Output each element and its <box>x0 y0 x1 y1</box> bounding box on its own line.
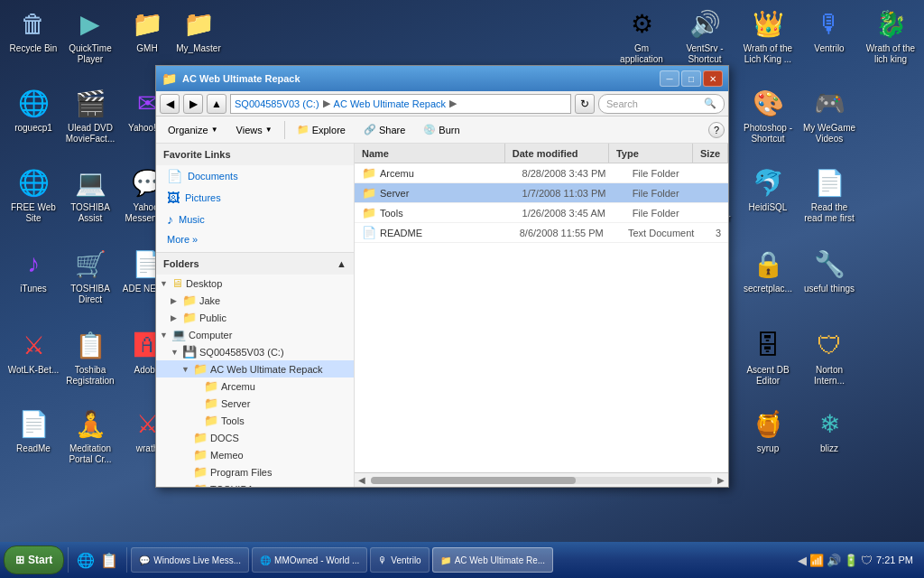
tree-item-docs[interactable]: 📁 DOCS <box>156 429 354 446</box>
address-path[interactable]: SQ004585V03 (C:) ▶ AC Web Ultimate Repac… <box>230 94 571 114</box>
window-controls: ─ □ ✕ <box>660 70 723 87</box>
tray-network-icon[interactable]: 📶 <box>809 554 824 567</box>
taskbar-app-ac-web[interactable]: 📁 AC Web Ultimate Re... <box>432 547 553 573</box>
desktop-icon-blizz[interactable]: ❄ blizz <box>798 402 861 458</box>
file-row-tools[interactable]: 📁 Tools 1/26/2008 3:45 AM File Folder <box>355 203 728 223</box>
desktop-icon-read-me-first[interactable]: 📄 Read the read me first <box>798 161 861 228</box>
hscroll-right-icon[interactable]: ▶ <box>714 475 728 485</box>
server-file-date: 1/7/2008 11:03 PM <box>515 186 625 200</box>
favorite-links-header[interactable]: Favorite Links <box>156 144 354 165</box>
desktop-icon-quicktime[interactable]: ▶ QuickTime Player <box>59 2 122 69</box>
taskbar-app-mmowned[interactable]: 🌐 MMOwned - World ... <box>252 547 367 573</box>
documents-link[interactable]: 📄 Documents <box>156 165 354 187</box>
organize-arrow-icon: ▼ <box>211 126 218 134</box>
pictures-link[interactable]: 🖼 Pictures <box>156 187 354 209</box>
tree-item-desktop[interactable]: ▼ 🖥 Desktop <box>156 275 354 292</box>
tree-item-public[interactable]: ▶ 📁 Public <box>156 309 354 326</box>
search-box[interactable]: Search 🔍 <box>598 94 725 114</box>
desktop-icon-toshiba-assist[interactable]: 💻 TOSHIBA Assist <box>59 161 122 228</box>
tree-item-ac-web[interactable]: ▼ 📁 AC Web Ultimate Repack <box>156 360 354 378</box>
maximize-button[interactable]: □ <box>681 70 701 87</box>
desktop-icon-my-master[interactable]: 📁 My_Master <box>167 2 230 58</box>
tree-item-tools[interactable]: 📁 Tools <box>156 412 354 429</box>
file-row-arcemu[interactable]: 📁 Arcemu 8/28/2008 3:43 PM File Folder <box>355 163 728 183</box>
more-link[interactable]: More » <box>156 230 354 252</box>
itunes-label: iTunes <box>5 284 61 294</box>
tray-volume-icon[interactable]: 🔊 <box>827 554 841 567</box>
read-me-first-label: Read the read me first <box>801 202 857 224</box>
desktop-icon-wotlk[interactable]: ⚔ WotLK-Bet... <box>2 323 65 379</box>
horizontal-scrollbar[interactable]: ◀ ▶ <box>355 472 728 487</box>
col-header-type[interactable]: Type <box>609 144 693 163</box>
desktop-icon-recycle-bin[interactable]: 🗑 Recycle Bin <box>2 2 65 58</box>
forward-button[interactable]: ▶ <box>183 94 203 114</box>
desktop-icon-norton[interactable]: 🛡 Norton Intern... <box>798 323 861 390</box>
ac-web-tb-icon: 📁 <box>440 555 451 565</box>
desktop-icon-useful-things[interactable]: 🔧 useful things <box>798 242 861 298</box>
up-button[interactable]: ▲ <box>207 94 226 114</box>
desktop-icon-free-website[interactable]: 🌐 FREE Web Site <box>2 161 65 228</box>
desktop-icon-ventrilo[interactable]: 🎙 Ventrilo <box>798 2 861 58</box>
desktop-icon-meditation[interactable]: 🧘 Meditation Portal Cr... <box>59 402 122 469</box>
system-clock[interactable]: 7:21 PM <box>876 554 913 566</box>
start-button[interactable]: ⊞ Start <box>4 545 64 574</box>
folders-header[interactable]: Folders ▲ <box>156 253 354 275</box>
tray-arrow-icon[interactable]: ◀ <box>798 554 807 567</box>
norton-label: Norton Intern... <box>801 365 857 387</box>
col-date-label: Date modified <box>513 148 578 159</box>
tb-show-desktop-icon[interactable]: 📋 <box>99 550 119 570</box>
title-bar-left: 📁 AC Web Ultimate Repack <box>162 71 300 86</box>
tree-item-computer[interactable]: ▼ 💻 Computer <box>156 326 354 343</box>
tree-item-jake[interactable]: ▶ 📁 Jake <box>156 292 354 309</box>
mmowned-icon: 🌐 <box>260 555 271 565</box>
col-header-size[interactable]: Size <box>693 144 728 163</box>
tb-ie-icon[interactable]: 🌐 <box>76 550 96 570</box>
desktop-icon-readme[interactable]: 📄 ReadMe <box>2 402 65 458</box>
desktop-icon-toshiba-direct[interactable]: 🛒 TOSHIBA Direct <box>59 242 122 309</box>
views-button[interactable]: Views ▼ <box>228 119 281 141</box>
desktop-expand-icon: ▼ <box>160 279 169 288</box>
help-button[interactable]: ? <box>708 122 725 138</box>
desktop-icon-photoshop-short[interactable]: 🎨 Photoshop - Shortcut <box>736 81 799 148</box>
desktop-icon-ventsrv[interactable]: 🔊 VentSrv - Shortcut <box>673 2 736 69</box>
tree-item-memeo[interactable]: 📁 Memeo <box>156 446 354 463</box>
desktop-icon-wrath-lich2[interactable]: 🐉 Wrath of the lich king <box>859 2 922 69</box>
hscroll-left-icon[interactable]: ◀ <box>355 475 369 485</box>
desktop-icon-itunes[interactable]: ♪ iTunes <box>2 242 65 298</box>
col-header-name[interactable]: Name <box>355 144 505 163</box>
ac-web-tb-label: AC Web Ultimate Re... <box>455 555 545 565</box>
music-link[interactable]: ♪ Music <box>156 209 354 230</box>
desktop-icon-wrath-lich[interactable]: 👑 Wrath of the Lich King ... <box>736 2 799 69</box>
taskbar-app-live-mess[interactable]: 💬 Windows Live Mess... <box>131 547 249 573</box>
tree-item-toshiba[interactable]: 📁 TOSHIBA <box>156 480 354 487</box>
desktop-icon-gm-app[interactable]: ⚙ Gm application <box>610 2 673 69</box>
explore-button[interactable]: 📁 Explore <box>289 119 354 141</box>
tree-item-c-drive[interactable]: ▼ 💾 SQ004585V03 (C:) <box>156 343 354 360</box>
tree-item-program-files[interactable]: 📁 Program Files <box>156 463 354 480</box>
tree-item-arcemu[interactable]: 📁 Arcemu <box>156 378 354 395</box>
taskbar-app-ventrilo[interactable]: 🎙 Ventrilo <box>370 547 429 573</box>
desktop-icon-roguecp[interactable]: 🌐 roguecp1 <box>2 81 65 137</box>
desktop-icon-toshiba-reg[interactable]: 📋 Toshiba Registration <box>59 323 122 390</box>
col-header-date[interactable]: Date modified <box>505 144 609 163</box>
file-row-server[interactable]: 📁 Server 1/7/2008 11:03 PM File Folder <box>355 183 728 203</box>
tray-security-icon[interactable]: 🛡 <box>861 554 873 567</box>
tray-battery-icon[interactable]: 🔋 <box>844 554 858 567</box>
desktop-icon-syrup[interactable]: 🍯 syrup <box>736 402 799 458</box>
desktop-icon-heidi-sql[interactable]: 🐬 HeidiSQL <box>736 161 799 217</box>
minimize-button[interactable]: ─ <box>660 70 679 87</box>
desktop-icon-my-we-videos[interactable]: 🎮 My WeGame Videos <box>798 81 861 148</box>
toshiba-direct-label: TOSHIBA Direct <box>62 284 118 305</box>
organize-button[interactable]: Organize ▼ <box>160 119 226 141</box>
burn-button[interactable]: 💿 Burn <box>415 119 467 141</box>
desktop-icon-ulead[interactable]: 🎬 Ulead DVD MovieFact... <box>59 81 122 148</box>
close-button[interactable]: ✕ <box>703 70 723 87</box>
share-button[interactable]: 🔗 Share <box>356 119 413 141</box>
desktop-icon-ascent-db[interactable]: 🗄 Ascent DB Editor <box>736 323 799 390</box>
address-drive: SQ004585V03 (C:) <box>235 98 319 109</box>
desktop-icon-secret-place[interactable]: 🔒 secretplac... <box>736 242 799 298</box>
refresh-button[interactable]: ↻ <box>575 94 595 114</box>
file-row-readme[interactable]: 📄 README 8/6/2008 11:55 PM Text Document… <box>355 223 728 243</box>
tree-item-server[interactable]: 📁 Server <box>156 395 354 412</box>
back-button[interactable]: ◀ <box>160 94 180 114</box>
